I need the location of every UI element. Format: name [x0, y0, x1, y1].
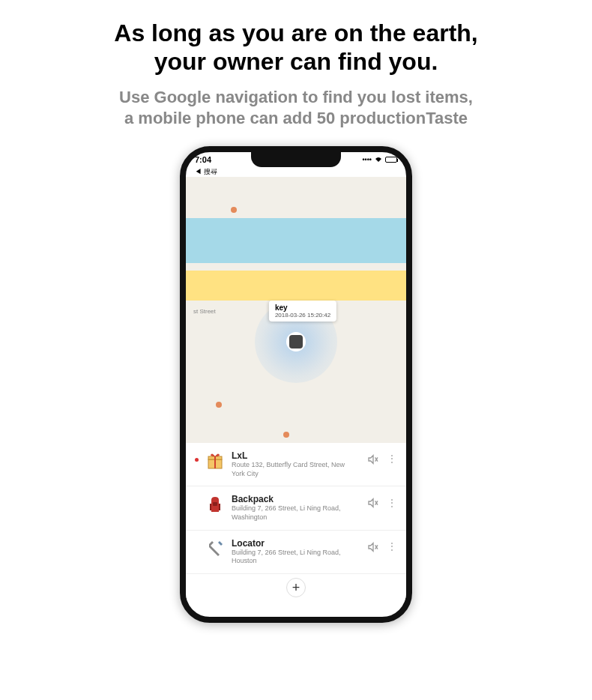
item-title: Backpack: [232, 494, 360, 504]
map-street-label: st Street: [193, 308, 216, 315]
subtext-line1: Use Google navigation to find you lost i…: [119, 88, 473, 106]
mute-icon[interactable]: [367, 453, 379, 465]
back-link[interactable]: ◀ 搜尋: [186, 167, 406, 177]
tools-icon: [206, 540, 224, 558]
svg-rect-4: [210, 504, 211, 510]
marker-icon: [289, 335, 303, 349]
mute-icon[interactable]: [367, 497, 379, 509]
item-address: Building 7, 266 Street, Li Ning Road, Ho…: [232, 549, 360, 566]
backpack-icon: [206, 495, 224, 513]
list-item[interactable]: LxL Route 132, Butterfly Card Street, Ne…: [186, 443, 406, 486]
callout-timestamp: 2018-03-26 15:20:42: [275, 312, 330, 319]
phone-notch: [251, 152, 341, 167]
phone-frame: 7:04 •••• ◀ 搜尋 st Street key 2018-03-26 …: [180, 146, 412, 623]
map-poi: [231, 207, 237, 213]
item-title: Locator: [232, 538, 360, 549]
mute-icon[interactable]: [367, 541, 379, 553]
item-address: Building 7, 266 Street, Li Ning Road, Wa…: [232, 504, 360, 522]
subtext-line2: a mobile phone can add 50 productionTast…: [124, 109, 468, 127]
svg-rect-5: [219, 504, 220, 510]
add-button[interactable]: +: [186, 574, 406, 601]
map-road: [186, 271, 406, 301]
list-item[interactable]: Backpack Building 7, 266 Street, Li Ning…: [186, 486, 406, 530]
headline-line1: As long as you are on the earth,: [114, 19, 477, 46]
tracker-list: LxL Route 132, Butterfly Card Street, Ne…: [186, 443, 406, 601]
map-poi: [283, 432, 289, 438]
wifi-icon: [375, 155, 382, 164]
map-river: [186, 218, 406, 263]
gift-icon: [206, 452, 224, 470]
more-icon[interactable]: ⋮: [387, 456, 397, 462]
svg-rect-3: [213, 502, 217, 506]
status-time: 7:04: [195, 155, 211, 164]
location-callout[interactable]: key 2018-03-26 15:20:42: [269, 301, 336, 322]
headline: As long as you are on the earth, your ow…: [114, 19, 477, 76]
more-icon[interactable]: ⋮: [387, 501, 397, 506]
subtext: Use Google navigation to find you lost i…: [119, 87, 473, 130]
signal-icon: ••••: [362, 156, 372, 163]
battery-icon: [385, 157, 397, 163]
callout-title: key: [275, 304, 330, 312]
location-marker[interactable]: [286, 332, 306, 351]
item-title: LxL: [232, 450, 360, 461]
map-view[interactable]: st Street key 2018-03-26 15:20:42: [186, 177, 406, 443]
plus-icon: +: [292, 580, 300, 596]
map-poi: [216, 402, 222, 408]
alert-dot-icon: [195, 458, 199, 462]
more-icon[interactable]: ⋮: [387, 544, 397, 549]
headline-line2: your owner can find you.: [154, 48, 438, 75]
list-item[interactable]: Locator Building 7, 266 Street, Li Ning …: [186, 531, 406, 574]
item-address: Route 132, Butterfly Card Street, New Yo…: [232, 461, 360, 478]
